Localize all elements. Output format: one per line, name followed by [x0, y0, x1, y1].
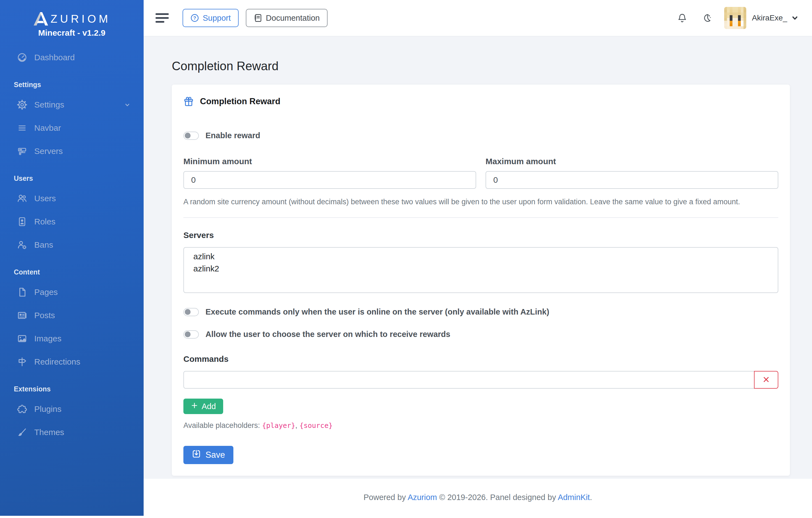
servers-label: Servers [183, 230, 778, 240]
card-title: Completion Reward [200, 97, 280, 106]
sidebar-item-settings[interactable]: Settings [0, 93, 144, 116]
sidebar-item-roles[interactable]: Roles [0, 210, 144, 233]
content-area: Completion Reward Completion Reward [144, 36, 812, 479]
chevron-down-icon [124, 101, 131, 108]
dark-mode-moon-icon[interactable] [701, 13, 712, 23]
save-icon [192, 449, 201, 461]
sidebar-section-users: Users [0, 163, 144, 187]
online-only-toggle[interactable] [183, 308, 199, 316]
journal-icon [254, 13, 262, 22]
username[interactable]: AkiraExe_ [752, 13, 787, 22]
amount-help-text: A random site currency amount (without d… [183, 198, 778, 206]
dashboard-icon [17, 53, 27, 62]
question-circle-icon: ? [190, 13, 199, 22]
sidebar-item-label: Images [34, 334, 61, 343]
brand[interactable]: ZURIOM Minecraft - v1.2.9 [0, 0, 144, 37]
sidebar-item-label: Roles [34, 217, 56, 226]
chevron-down-icon[interactable] [791, 14, 799, 22]
brand-subtitle: Minecraft - v1.2.9 [0, 28, 144, 37]
sidebar-item-posts[interactable]: Posts [0, 304, 144, 327]
save-button[interactable]: Save [183, 446, 233, 464]
documentation-button[interactable]: Documentation [246, 9, 327, 27]
sidebar-item-label: Navbar [34, 123, 61, 133]
sidebar-item-themes[interactable]: Themes [0, 421, 144, 444]
placeholders-text: Available placeholders: {player}, {sourc… [183, 421, 778, 430]
user-avatar[interactable] [724, 7, 746, 29]
footer-text: Powered by Azuriom © 2019-2026. Panel de… [364, 493, 592, 502]
sidebar-item-label: Dashboard [34, 53, 75, 62]
page-title: Completion Reward [172, 59, 790, 73]
sidebar-item-pages[interactable]: Pages [0, 280, 144, 304]
choose-server-label: Allow the user to choose the server on w… [205, 330, 450, 339]
placeholder-code: {source} [299, 421, 332, 430]
server-icon [17, 146, 27, 156]
footer-suffix: . [590, 493, 592, 502]
app-shell: ZURIOM Minecraft - v1.2.9 DashboardSetti… [0, 0, 812, 516]
online-only-row: Execute commands only when the user is o… [183, 307, 778, 317]
sidebar-item-label: Pages [34, 288, 58, 297]
sidebar-section-content: Content [0, 256, 144, 280]
max-amount-input[interactable] [486, 171, 778, 189]
people-icon [17, 193, 27, 203]
sidebar-item-dashboard[interactable]: Dashboard [0, 46, 144, 69]
azuriom-logo-icon [33, 11, 49, 26]
min-amount-label: Minimum amount [183, 157, 476, 166]
sidebar: ZURIOM Minecraft - v1.2.9 DashboardSetti… [0, 0, 144, 516]
add-label: Add [202, 402, 216, 411]
signpost-icon [17, 357, 27, 367]
topbar: ? Support Documentation [144, 0, 812, 36]
sidebar-item-label: Themes [34, 428, 64, 437]
adminkit-link[interactable]: AdminKit [558, 493, 590, 502]
divider [183, 217, 778, 218]
enable-reward-row: Enable reward [183, 131, 778, 140]
add-command-button[interactable]: Add [183, 399, 223, 414]
sidebar-toggle-icon[interactable] [155, 13, 169, 23]
sidebar-section-settings: Settings [0, 69, 144, 93]
gift-icon [183, 96, 194, 107]
enable-reward-toggle[interactable] [183, 132, 199, 140]
brand-name: ZURIOM [51, 13, 111, 25]
sidebar-section-extensions: Extensions [0, 374, 144, 398]
footer-middle: © 2019-2026. Panel designed by [437, 493, 558, 502]
sidebar-item-users[interactable]: Users [0, 187, 144, 210]
sidebar-item-label: Bans [34, 240, 53, 250]
completion-reward-card: Completion Reward Enable reward Minimum … [172, 85, 790, 476]
plus-icon [191, 402, 198, 411]
commands-label: Commands [183, 354, 778, 364]
support-button[interactable]: ? Support [182, 9, 239, 27]
command-input[interactable] [183, 371, 755, 389]
sidebar-nav: DashboardSettingsSettingsNavbarServersUs… [0, 46, 144, 444]
max-amount-label: Maximum amount [486, 157, 778, 166]
puzzle-icon [17, 404, 27, 414]
sidebar-item-redirections[interactable]: Redirections [0, 350, 144, 374]
file-icon [17, 287, 27, 297]
sidebar-item-bans[interactable]: Bans [0, 233, 144, 256]
sidebar-item-plugins[interactable]: Plugins [0, 398, 144, 421]
image-icon [17, 334, 27, 344]
enable-reward-label: Enable reward [205, 131, 260, 140]
placeholder-code: {player} [262, 421, 295, 430]
sidebar-item-images[interactable]: Images [0, 327, 144, 350]
documentation-label: Documentation [266, 13, 320, 23]
sidebar-item-servers[interactable]: Servers [0, 140, 144, 163]
x-icon [762, 375, 770, 384]
servers-multiselect[interactable]: azlinkazlink2 [183, 247, 778, 293]
choose-server-row: Allow the user to choose the server on w… [183, 330, 778, 339]
svg-text:?: ? [193, 16, 196, 21]
notifications-bell-icon[interactable] [677, 13, 687, 23]
support-label: Support [203, 13, 231, 23]
server-option-azlink[interactable]: azlink [184, 250, 778, 263]
remove-command-button[interactable] [754, 371, 778, 389]
server-option-azlink2[interactable]: azlink2 [184, 263, 778, 275]
topbar-right: AkiraExe_ [677, 7, 799, 29]
placeholder-codes: {player}, {source} [262, 421, 333, 430]
sidebar-item-label: Redirections [34, 357, 80, 366]
main-column: ? Support Documentation [144, 0, 812, 516]
footer: Powered by Azuriom © 2019-2026. Panel de… [144, 479, 812, 516]
min-amount-input[interactable] [183, 171, 476, 189]
placeholders-prefix: Available placeholders: [183, 421, 262, 430]
sidebar-item-navbar[interactable]: Navbar [0, 116, 144, 140]
footer-prefix: Powered by [364, 493, 408, 502]
azuriom-link[interactable]: Azuriom [408, 493, 437, 502]
choose-server-toggle[interactable] [183, 330, 199, 338]
